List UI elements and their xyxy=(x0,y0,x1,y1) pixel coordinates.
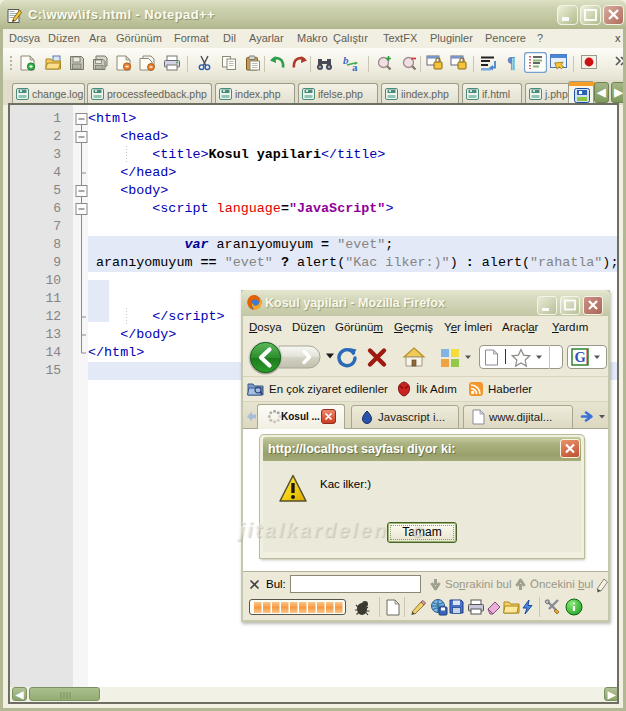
svg-text:G: G xyxy=(575,349,586,365)
svg-text:¶: ¶ xyxy=(507,54,516,71)
